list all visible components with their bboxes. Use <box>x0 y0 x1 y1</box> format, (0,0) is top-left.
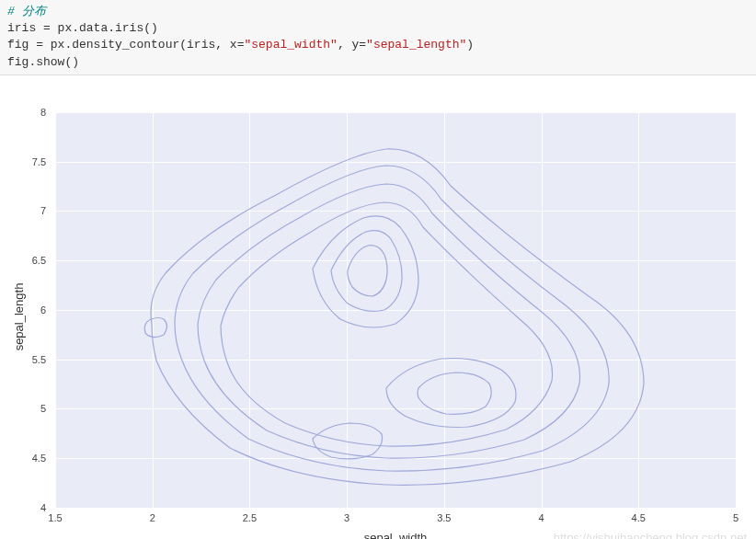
y-tick: 7 <box>40 205 46 216</box>
y-tick: 5 <box>40 403 46 414</box>
x-tick: 5 <box>733 512 739 523</box>
code-line: fig = px.density_contour(iris, x="sepal_… <box>7 38 474 52</box>
density-contours <box>55 112 736 508</box>
x-tick: 2.5 <box>243 512 257 523</box>
x-tick: 2 <box>150 512 155 523</box>
code-cell: # 分布 iris = px.data.iris() fig = px.dens… <box>0 0 756 75</box>
chart-output[interactable]: 1.5 2 2.5 3 3.5 4 4.5 5 4 4.5 5 5.5 6 6.… <box>0 75 756 539</box>
y-tick: 4.5 <box>32 453 46 464</box>
x-tick: 4.5 <box>632 512 646 523</box>
plot-background <box>55 112 736 508</box>
x-tick: 3 <box>344 512 349 523</box>
y-tick: 5.5 <box>32 354 46 365</box>
code-line: fig.show() <box>7 55 79 69</box>
code-comment: # 分布 <box>7 5 46 18</box>
y-tick: 7.5 <box>32 156 46 167</box>
x-tick: 3.5 <box>437 512 451 523</box>
y-tick: 4 <box>40 502 46 513</box>
x-axis-label: sepal_width <box>364 531 428 539</box>
y-tick: 8 <box>40 107 46 118</box>
watermark-text: https://yishuihancheng.blog.csdn.net <box>554 531 747 539</box>
y-axis-label: sepal_length <box>12 282 26 350</box>
x-tick: 4 <box>538 512 544 523</box>
code-line: iris = px.data.iris() <box>7 21 158 35</box>
x-tick: 1.5 <box>48 512 62 523</box>
y-tick: 6.5 <box>32 255 46 266</box>
y-tick: 6 <box>40 304 46 315</box>
